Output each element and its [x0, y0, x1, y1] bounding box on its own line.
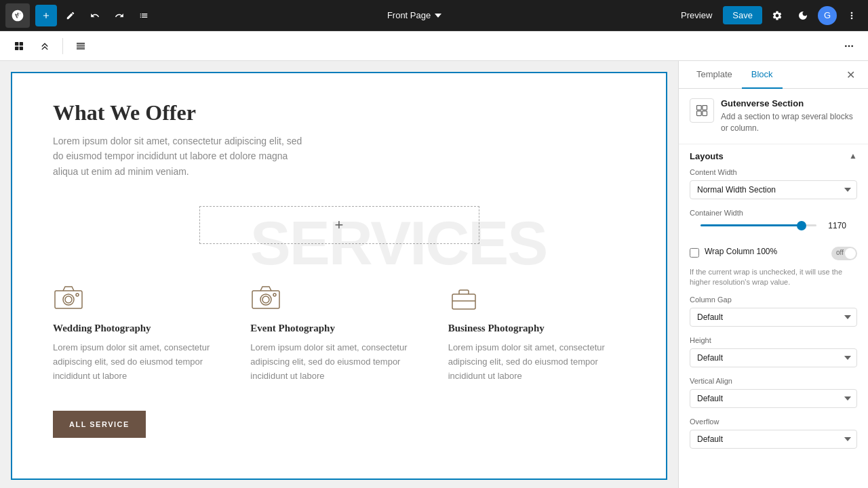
container-width-group: Container Width 1170 — [679, 209, 868, 247]
service-desc-3: Lorem ipsum dolor sit amet, consectetur … — [448, 341, 625, 383]
svg-rect-18 — [703, 106, 707, 110]
overflow-group: Overflow Default — [679, 418, 868, 458]
camera-icon-1 — [53, 285, 85, 312]
block-description: Add a section to wrap several blocks or … — [721, 111, 857, 134]
overflow-label: Overflow — [690, 418, 857, 426]
all-service-button[interactable]: ALL SERVICE — [53, 411, 146, 438]
slider-fill — [701, 224, 799, 226]
top-bar-right: Preview Save G — [674, 5, 863, 26]
slider-track[interactable] — [701, 224, 816, 226]
add-block-placeholder[interactable]: + — [199, 206, 479, 244]
layouts-label: Layouts — [690, 151, 724, 161]
top-toolbar: Front Page Preview Save G — [0, 0, 868, 31]
slider-thumb[interactable] — [797, 221, 806, 230]
service-name-3: Business Photography — [448, 323, 625, 334]
service-card-3: Business Photography Lorem ipsum dolor s… — [448, 285, 625, 383]
undo-button[interactable] — [84, 5, 106, 26]
more-options-button[interactable] — [841, 5, 863, 26]
svg-rect-3 — [20, 46, 23, 49]
svg-rect-20 — [703, 111, 707, 116]
edit-button[interactable] — [60, 5, 81, 26]
briefcase-icon — [448, 285, 481, 312]
svg-rect-17 — [697, 106, 702, 110]
second-toolbar — [0, 31, 868, 61]
wrap-column-hint: If the current wrap is unchecked, it wil… — [679, 267, 868, 296]
service-name-2: Event Photography — [250, 323, 427, 334]
content-width-select[interactable]: Normal Width Section — [690, 180, 857, 199]
save-button[interactable]: Save — [723, 6, 762, 24]
service-desc-1: Lorem ipsum dolor sit amet, consectetur … — [53, 341, 230, 383]
service-card-2: Event Photography Lorem ipsum dolor sit … — [250, 285, 427, 383]
tab-block[interactable]: Block — [742, 61, 783, 89]
vertical-align-group: Vertical Align Default — [679, 377, 868, 418]
add-block-button[interactable] — [35, 5, 57, 26]
svg-rect-1 — [20, 42, 23, 45]
wrap-column-label: Wrap Column 100% — [705, 247, 826, 256]
wrap-column-toggle[interactable]: off — [831, 247, 857, 260]
page-title-dropdown[interactable]: Front Page — [157, 10, 671, 20]
add-block-icon: + — [335, 216, 344, 234]
services-grid: Wedding Photography Lorem ipsum dolor si… — [53, 285, 625, 383]
vertical-align-select[interactable]: Default — [690, 389, 857, 408]
container-width-slider-row: 1170 — [690, 221, 857, 237]
svg-rect-2 — [15, 46, 18, 49]
overflow-select[interactable]: Default — [690, 430, 857, 449]
right-panel: Template Block ✕ Gutenverse Section Add … — [678, 61, 868, 488]
svg-point-13 — [262, 296, 269, 303]
content-width-label: Content Width — [690, 168, 857, 176]
camera-icon-2 — [250, 285, 283, 312]
canvas-section-block[interactable]: SERVICES What We Offer Lorem ipsum dolor… — [11, 72, 667, 480]
vertical-align-label: Vertical Align — [690, 377, 857, 385]
preview-button[interactable]: Preview — [674, 6, 719, 24]
wrap-column-checkbox[interactable] — [690, 248, 699, 258]
page-title-text: Front Page — [387, 10, 431, 20]
tab-template[interactable]: Template — [687, 61, 742, 89]
canvas-area: SERVICES What We Offer Lorem ipsum dolor… — [0, 61, 678, 488]
height-group: Height Default — [679, 336, 868, 377]
wordpress-logo[interactable] — [5, 3, 30, 28]
user-avatar[interactable]: G — [818, 6, 837, 25]
svg-point-4 — [845, 45, 847, 47]
block-title: Gutenverse Section — [721, 98, 857, 108]
svg-point-10 — [76, 293, 79, 296]
height-select[interactable]: Default — [690, 348, 857, 367]
justify-button[interactable] — [70, 35, 92, 57]
layouts-section-header[interactable]: Layouts ▲ — [679, 144, 868, 168]
container-width-value: 1170 — [822, 221, 846, 230]
service-desc-2: Lorem ipsum dolor sit amet, consectetur … — [250, 341, 427, 383]
column-gap-group: Column Gap Default — [679, 296, 868, 336]
dark-mode-button[interactable] — [792, 5, 814, 26]
svg-point-5 — [848, 45, 850, 47]
panel-tabs: Template Block ✕ — [679, 61, 868, 89]
section-title: What We Offer — [53, 100, 625, 125]
block-header: Gutenverse Section Add a section to wrap… — [679, 89, 868, 144]
svg-rect-15 — [452, 294, 475, 309]
redo-button[interactable] — [108, 5, 130, 26]
svg-point-9 — [65, 296, 72, 303]
list-view-button[interactable] — [133, 5, 155, 26]
service-name-1: Wedding Photography — [53, 323, 230, 334]
height-label: Height — [690, 336, 857, 344]
main-layout: SERVICES What We Offer Lorem ipsum dolor… — [0, 61, 868, 488]
svg-rect-19 — [697, 111, 702, 116]
svg-point-6 — [851, 45, 853, 47]
section-subtitle: Lorem ipsum dolor sit amet, consectetur … — [53, 134, 311, 179]
column-gap-label: Column Gap — [690, 296, 857, 304]
wrap-column-row: Wrap Column 100% off — [679, 247, 868, 267]
container-width-label: Container Width — [690, 209, 857, 217]
view-toggle-button[interactable] — [34, 35, 56, 57]
more-block-options[interactable] — [838, 35, 860, 57]
settings-button[interactable] — [766, 5, 788, 26]
chevron-up-icon: ▲ — [849, 151, 857, 161]
svg-point-14 — [273, 293, 276, 296]
toggle-knob — [845, 248, 856, 259]
panel-close-button[interactable]: ✕ — [841, 65, 860, 84]
service-card-1: Wedding Photography Lorem ipsum dolor si… — [53, 285, 230, 383]
layout-view-button[interactable] — [8, 35, 30, 57]
svg-rect-0 — [15, 42, 18, 45]
toggle-off-label: off — [836, 249, 844, 256]
content-width-group: Content Width Normal Width Section — [679, 168, 868, 209]
column-gap-select[interactable]: Default — [690, 308, 857, 327]
block-icon-box — [690, 98, 714, 123]
